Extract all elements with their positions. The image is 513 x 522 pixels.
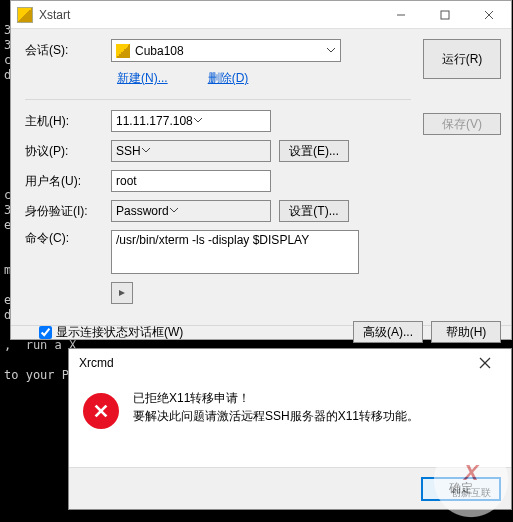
auth-value: Password [116, 204, 169, 218]
host-label: 主机(H): [25, 113, 103, 130]
command-textarea[interactable] [111, 230, 359, 274]
window-controls [379, 1, 511, 28]
close-button[interactable] [467, 1, 511, 28]
protocol-select[interactable]: SSH [111, 140, 271, 162]
titlebar: Xstart [11, 1, 511, 29]
host-combo[interactable]: 11.11.177.108 [111, 110, 271, 132]
chevron-down-icon [193, 114, 203, 128]
chevron-down-icon [169, 204, 179, 218]
auth-select[interactable]: Password [111, 200, 271, 222]
show-status-label: 显示连接状态对话框(W) [56, 324, 183, 341]
chevron-down-icon [141, 144, 151, 158]
session-icon [116, 44, 130, 58]
protocol-label: 协议(P): [25, 143, 103, 160]
delete-link[interactable]: 删除(D) [208, 70, 249, 87]
watermark: X 创新互联 [433, 442, 509, 518]
settings-t-button[interactable]: 设置(T)... [279, 200, 349, 222]
auth-label: 身份验证(I): [25, 203, 103, 220]
settings-e-button[interactable]: 设置(E)... [279, 140, 349, 162]
watermark-text: 创新互联 [451, 486, 491, 500]
session-combo[interactable]: Cuba108 [111, 39, 341, 62]
protocol-value: SSH [116, 144, 141, 158]
app-icon [17, 7, 33, 23]
xstart-window: Xstart 会话(S): Cuba108 新建(N)... 删除(D) [10, 0, 512, 340]
error-icon [83, 393, 119, 429]
close-icon [479, 357, 491, 369]
arrow-right-button[interactable] [111, 282, 133, 304]
save-button[interactable]: 保存(V) [423, 113, 501, 135]
dialog-message: 已拒绝X11转移申请！ 要解决此问题请激活远程SSH服务器的X11转移功能。 [133, 389, 419, 425]
maximize-button[interactable] [423, 1, 467, 28]
show-status-checkbox-row[interactable]: 显示连接状态对话框(W) [39, 324, 183, 341]
cmd-label: 命令(C): [25, 230, 103, 247]
dialog-title: Xrcmd [79, 356, 465, 370]
show-status-checkbox[interactable] [39, 326, 52, 339]
divider [25, 99, 411, 100]
user-label: 用户名(U): [25, 173, 103, 190]
dialog-line2: 要解决此问题请激活远程SSH服务器的X11转移功能。 [133, 407, 419, 425]
window-title: Xstart [39, 8, 379, 22]
session-label: 会话(S): [25, 42, 103, 59]
new-link[interactable]: 新建(N)... [117, 70, 168, 87]
host-value: 11.11.177.108 [116, 114, 193, 128]
watermark-logo: X [464, 460, 479, 486]
session-value: Cuba108 [135, 44, 184, 58]
dialog-close-button[interactable] [465, 350, 505, 376]
dialog-titlebar: Xrcmd [69, 349, 511, 377]
svg-rect-1 [441, 11, 449, 19]
run-button[interactable]: 运行(R) [423, 39, 501, 79]
chevron-down-icon [326, 44, 336, 58]
arrow-right-icon [117, 288, 127, 298]
user-input[interactable] [111, 170, 271, 192]
help-button[interactable]: 帮助(H) [431, 321, 501, 343]
minimize-button[interactable] [379, 1, 423, 28]
advanced-button[interactable]: 高级(A)... [353, 321, 423, 343]
dialog-line1: 已拒绝X11转移申请！ [133, 389, 419, 407]
